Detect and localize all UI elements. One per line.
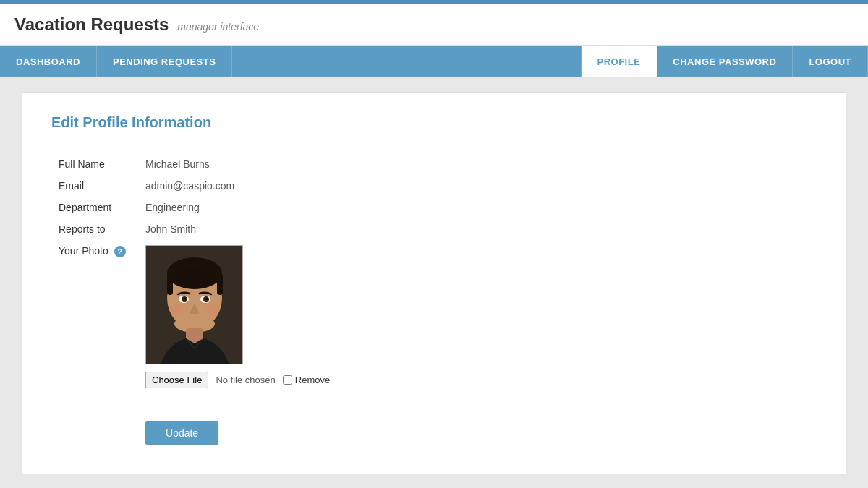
remove-checkbox[interactable] [283, 375, 292, 385]
svg-point-12 [206, 298, 208, 300]
app-subtitle: manager interface [177, 21, 259, 33]
nav-item-dashboard[interactable]: DASHBOARD [0, 46, 97, 77]
email-value: admin@caspio.com [145, 174, 330, 196]
page-title: Edit Profile Information [51, 114, 817, 131]
nav-item-logout[interactable]: LOGOUT [793, 46, 868, 77]
nav-spacer [232, 46, 581, 77]
svg-point-11 [184, 298, 187, 300]
app-title: Vacation Requests [14, 14, 169, 34]
photo-row: Your Photo ? [59, 239, 330, 407]
reports-to-value: John Smith [145, 218, 330, 239]
svg-rect-4 [167, 273, 173, 295]
file-input-row: Choose File No file chosen Remove [145, 372, 330, 388]
content-card: Edit Profile Information Full Name Micha… [22, 92, 846, 474]
email-label: Email [59, 174, 145, 196]
reports-to-label: Reports to [59, 218, 145, 239]
remove-label[interactable]: Remove [283, 374, 330, 385]
update-button-container: Update [51, 421, 817, 445]
svg-point-16 [205, 304, 220, 314]
header: Vacation Requests manager interface [0, 4, 868, 46]
navbar: DASHBOARD PENDING REQUESTS PROFILE CHANG… [0, 46, 868, 77]
photo-cell: Choose File No file chosen Remove [145, 239, 330, 407]
profile-photo [146, 246, 243, 364]
nav-item-profile[interactable]: PROFILE [582, 46, 658, 77]
svg-point-15 [169, 304, 184, 314]
department-row: Department Engineering [59, 196, 330, 218]
help-icon[interactable]: ? [114, 246, 126, 257]
photo-container [145, 245, 243, 364]
department-label: Department [59, 196, 145, 218]
nav-item-pending-requests[interactable]: PENDING REQUESTS [97, 46, 232, 77]
department-value: Engineering [145, 196, 330, 218]
choose-file-button[interactable]: Choose File [145, 372, 208, 388]
file-input-text: No file chosen [216, 374, 275, 385]
your-photo-label: Your Photo ? [59, 239, 145, 407]
svg-rect-5 [217, 273, 223, 295]
profile-form-table: Full Name Michael Burns Email admin@casp… [59, 153, 330, 407]
nav-item-change-password[interactable]: CHANGE PASSWORD [657, 46, 793, 77]
full-name-row: Full Name Michael Burns [59, 153, 330, 174]
full-name-label: Full Name [59, 153, 145, 174]
full-name-value: Michael Burns [145, 153, 330, 174]
svg-point-6 [173, 269, 216, 286]
reports-to-row: Reports to John Smith [59, 218, 330, 239]
update-button[interactable]: Update [145, 421, 218, 445]
main-content: Edit Profile Information Full Name Micha… [0, 77, 868, 488]
email-row: Email admin@caspio.com [59, 174, 330, 196]
